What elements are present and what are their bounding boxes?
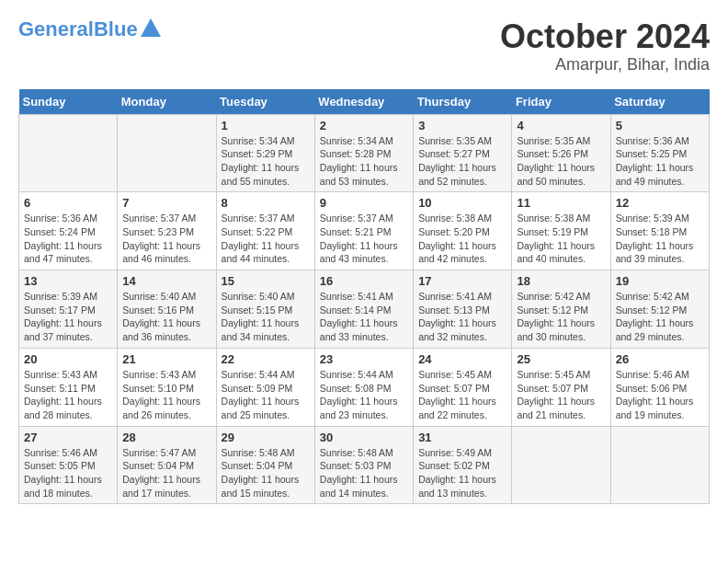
cell-info: Sunrise: 5:43 AMSunset: 5:10 PMDaylight:… (122, 368, 210, 422)
cell-info: Sunrise: 5:43 AMSunset: 5:11 PMDaylight:… (24, 368, 112, 422)
day-number: 18 (517, 274, 605, 288)
day-number: 28 (122, 431, 210, 444)
calendar-cell: 7Sunrise: 5:37 AMSunset: 5:23 PMDaylight… (118, 192, 216, 270)
day-number: 12 (616, 196, 704, 210)
calendar-cell: 12Sunrise: 5:39 AMSunset: 5:18 PMDayligh… (610, 192, 709, 270)
day-number: 31 (418, 431, 506, 444)
cell-info: Sunrise: 5:44 AMSunset: 5:08 PMDaylight:… (320, 368, 408, 422)
day-header-sunday: Sunday (19, 89, 118, 115)
calendar-cell: 14Sunrise: 5:40 AMSunset: 5:16 PMDayligh… (118, 270, 216, 349)
calendar-week-4: 20Sunrise: 5:43 AMSunset: 5:11 PMDayligh… (19, 348, 710, 426)
calendar-cell: 15Sunrise: 5:40 AMSunset: 5:15 PMDayligh… (216, 270, 314, 349)
calendar-week-1: 1Sunrise: 5:34 AMSunset: 5:29 PMDaylight… (19, 114, 710, 192)
calendar-cell (19, 114, 118, 192)
cell-info: Sunrise: 5:34 AMSunset: 5:29 PMDaylight:… (222, 134, 310, 189)
day-number: 29 (222, 431, 310, 444)
day-number: 23 (320, 352, 408, 366)
day-number: 14 (122, 274, 210, 288)
svg-marker-0 (141, 18, 161, 37)
day-number: 24 (418, 352, 506, 366)
calendar-cell: 2Sunrise: 5:34 AMSunset: 5:28 PMDaylight… (314, 114, 413, 192)
cell-info: Sunrise: 5:37 AMSunset: 5:22 PMDaylight:… (222, 212, 310, 266)
calendar-cell: 10Sunrise: 5:38 AMSunset: 5:20 PMDayligh… (414, 192, 512, 270)
calendar-week-5: 27Sunrise: 5:46 AMSunset: 5:05 PMDayligh… (19, 426, 710, 504)
calendar-cell: 19Sunrise: 5:42 AMSunset: 5:12 PMDayligh… (610, 270, 709, 349)
calendar-subtitle: Amarpur, Bihar, India (500, 55, 710, 75)
day-number: 1 (222, 119, 310, 132)
cell-info: Sunrise: 5:36 AMSunset: 5:24 PMDaylight:… (24, 212, 112, 266)
day-number: 7 (122, 196, 210, 210)
calendar-cell: 13Sunrise: 5:39 AMSunset: 5:17 PMDayligh… (19, 270, 118, 349)
cell-info: Sunrise: 5:41 AMSunset: 5:13 PMDaylight:… (418, 290, 506, 344)
cell-info: Sunrise: 5:49 AMSunset: 5:02 PMDaylight:… (418, 446, 506, 500)
calendar-week-3: 13Sunrise: 5:39 AMSunset: 5:17 PMDayligh… (19, 270, 710, 349)
calendar-cell: 22Sunrise: 5:44 AMSunset: 5:09 PMDayligh… (216, 348, 314, 426)
cell-info: Sunrise: 5:47 AMSunset: 5:04 PMDaylight:… (122, 446, 210, 500)
cell-info: Sunrise: 5:34 AMSunset: 5:28 PMDaylight:… (320, 134, 408, 189)
day-number: 20 (24, 352, 112, 366)
cell-info: Sunrise: 5:48 AMSunset: 5:04 PMDaylight:… (222, 446, 310, 500)
calendar-cell: 21Sunrise: 5:43 AMSunset: 5:10 PMDayligh… (118, 348, 216, 426)
title-block: October 2024 Amarpur, Bihar, India (500, 18, 710, 75)
cell-info: Sunrise: 5:38 AMSunset: 5:20 PMDaylight:… (418, 212, 506, 266)
calendar-cell: 20Sunrise: 5:43 AMSunset: 5:11 PMDayligh… (19, 348, 118, 426)
calendar-cell: 31Sunrise: 5:49 AMSunset: 5:02 PMDayligh… (414, 426, 512, 504)
calendar-table: SundayMondayTuesdayWednesdayThursdayFrid… (18, 89, 710, 505)
cell-info: Sunrise: 5:44 AMSunset: 5:09 PMDaylight:… (222, 368, 310, 422)
calendar-cell: 3Sunrise: 5:35 AMSunset: 5:27 PMDaylight… (414, 114, 512, 192)
calendar-header: SundayMondayTuesdayWednesdayThursdayFrid… (19, 89, 710, 115)
calendar-cell: 9Sunrise: 5:37 AMSunset: 5:21 PMDaylight… (314, 192, 413, 270)
calendar-cell: 17Sunrise: 5:41 AMSunset: 5:13 PMDayligh… (414, 270, 512, 349)
day-header-wednesday: Wednesday (314, 89, 413, 115)
day-header-thursday: Thursday (414, 89, 512, 115)
day-number: 2 (320, 119, 408, 132)
day-number: 9 (320, 196, 408, 210)
calendar-cell: 11Sunrise: 5:38 AMSunset: 5:19 PMDayligh… (512, 192, 610, 270)
cell-info: Sunrise: 5:37 AMSunset: 5:23 PMDaylight:… (122, 212, 210, 266)
day-header-monday: Monday (118, 89, 216, 115)
day-header-friday: Friday (512, 89, 610, 115)
calendar-cell: 6Sunrise: 5:36 AMSunset: 5:24 PMDaylight… (19, 192, 118, 270)
day-number: 19 (616, 274, 704, 288)
calendar-cell: 29Sunrise: 5:48 AMSunset: 5:04 PMDayligh… (216, 426, 314, 504)
cell-info: Sunrise: 5:36 AMSunset: 5:25 PMDaylight:… (616, 134, 704, 189)
calendar-cell: 23Sunrise: 5:44 AMSunset: 5:08 PMDayligh… (314, 348, 413, 426)
cell-info: Sunrise: 5:46 AMSunset: 5:05 PMDaylight:… (24, 446, 112, 500)
calendar-cell: 1Sunrise: 5:34 AMSunset: 5:29 PMDaylight… (216, 114, 314, 192)
day-number: 4 (517, 119, 605, 132)
day-number: 26 (616, 352, 704, 366)
day-number: 5 (616, 119, 704, 132)
calendar-cell (610, 426, 709, 504)
day-number: 8 (222, 196, 310, 210)
calendar-cell: 30Sunrise: 5:48 AMSunset: 5:03 PMDayligh… (314, 426, 413, 504)
cell-info: Sunrise: 5:39 AMSunset: 5:18 PMDaylight:… (616, 212, 704, 266)
day-number: 25 (517, 352, 605, 366)
cell-info: Sunrise: 5:48 AMSunset: 5:03 PMDaylight:… (320, 446, 408, 500)
calendar-cell: 8Sunrise: 5:37 AMSunset: 5:22 PMDaylight… (216, 192, 314, 270)
cell-info: Sunrise: 5:40 AMSunset: 5:15 PMDaylight:… (222, 290, 310, 344)
cell-info: Sunrise: 5:45 AMSunset: 5:07 PMDaylight:… (418, 368, 506, 422)
day-number: 30 (320, 431, 408, 444)
calendar-cell: 28Sunrise: 5:47 AMSunset: 5:04 PMDayligh… (118, 426, 216, 504)
calendar-cell: 18Sunrise: 5:42 AMSunset: 5:12 PMDayligh… (512, 270, 610, 349)
calendar-cell: 27Sunrise: 5:46 AMSunset: 5:05 PMDayligh… (19, 426, 118, 504)
page-header: GeneralBlue October 2024 Amarpur, Bihar,… (18, 18, 710, 75)
calendar-cell: 16Sunrise: 5:41 AMSunset: 5:14 PMDayligh… (314, 270, 413, 349)
cell-info: Sunrise: 5:46 AMSunset: 5:06 PMDaylight:… (616, 368, 704, 422)
calendar-cell (118, 114, 216, 192)
day-number: 3 (418, 119, 506, 132)
day-number: 15 (222, 274, 310, 288)
day-number: 13 (24, 274, 112, 288)
calendar-title: October 2024 (500, 18, 710, 55)
cell-info: Sunrise: 5:42 AMSunset: 5:12 PMDaylight:… (616, 290, 704, 344)
day-number: 16 (320, 274, 408, 288)
calendar-week-2: 6Sunrise: 5:36 AMSunset: 5:24 PMDaylight… (19, 192, 710, 270)
day-number: 17 (418, 274, 506, 288)
cell-info: Sunrise: 5:45 AMSunset: 5:07 PMDaylight:… (517, 368, 605, 422)
calendar-cell (512, 426, 610, 504)
cell-info: Sunrise: 5:40 AMSunset: 5:16 PMDaylight:… (122, 290, 210, 344)
cell-info: Sunrise: 5:37 AMSunset: 5:21 PMDaylight:… (320, 212, 408, 266)
day-number: 6 (24, 196, 112, 210)
cell-info: Sunrise: 5:35 AMSunset: 5:27 PMDaylight:… (418, 134, 506, 189)
calendar-cell: 26Sunrise: 5:46 AMSunset: 5:06 PMDayligh… (610, 348, 709, 426)
